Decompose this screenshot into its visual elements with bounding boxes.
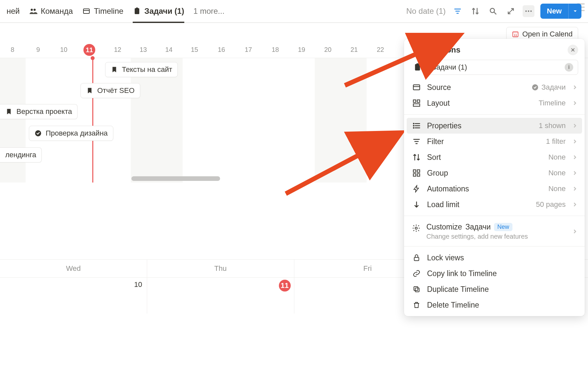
day-9: 9 (36, 46, 40, 54)
day-17: 17 (245, 46, 252, 54)
day-22: 22 (377, 46, 384, 54)
tab-label: ней (7, 7, 20, 16)
new-button-dropdown[interactable] (568, 4, 581, 19)
menu-item-automations[interactable]: Automations None (404, 181, 585, 197)
day-13: 13 (140, 46, 147, 54)
info-icon[interactable]: i (565, 63, 573, 72)
tab-partial[interactable]: ней (7, 0, 20, 22)
menu-item-customize[interactable]: Customize Задачи New Change settings, ad… (404, 219, 585, 243)
menu-value: Timeline (539, 99, 566, 107)
svg-point-35 (413, 127, 414, 128)
clipboard-icon (412, 62, 423, 73)
menu-item-group[interactable]: Group None (404, 165, 585, 181)
weekend-band (0, 58, 26, 183)
calendar-cell[interactable]: 10 (0, 278, 147, 314)
chevron-right-icon (572, 100, 578, 106)
chevron-right-icon (572, 84, 578, 91)
customize-title-db: Задачи (465, 223, 491, 231)
tab-timeline[interactable]: Timeline (82, 0, 124, 22)
task-item[interactable]: Тексты на сайт (105, 62, 178, 77)
chevron-right-icon (572, 170, 578, 176)
menu-value: 50 pages (536, 200, 566, 209)
more-options-icon[interactable] (523, 5, 534, 17)
task-item[interactable]: Отчёт SEO (80, 83, 140, 98)
date-11-today: 11 (279, 280, 291, 292)
tab-team[interactable]: Команда (29, 0, 73, 22)
day-19: 19 (298, 46, 305, 54)
new-badge: New (494, 223, 512, 231)
timeline-scrollbar[interactable] (131, 176, 220, 181)
day-21: 21 (351, 46, 358, 54)
filter-icon (412, 137, 421, 146)
task-item[interactable]: лендинга (0, 147, 42, 162)
day-15: 15 (191, 46, 198, 54)
menu-item-properties[interactable]: Properties 1 shown (407, 118, 582, 134)
task-label: Верстка проекта (16, 107, 72, 116)
search-icon[interactable] (487, 5, 499, 17)
menu-item-delete[interactable]: Delete Timeline (404, 297, 585, 313)
menu-item-layout[interactable]: Layout Timeline (404, 95, 585, 111)
task-item[interactable]: Проверка дизайна (29, 126, 113, 141)
tab-tasks[interactable]: Задачи (1) (133, 0, 184, 22)
filter-icon[interactable] (452, 5, 464, 17)
tab-label: Задачи (1) (145, 7, 184, 16)
lightning-icon (412, 184, 421, 193)
menu-value: 1 shown (539, 121, 566, 130)
link-icon (412, 269, 421, 278)
menu-item-lock-views[interactable]: Lock views (404, 250, 585, 266)
bookmark-icon (5, 108, 12, 115)
day-8: 8 (11, 46, 14, 54)
menu-value: 1 filter (546, 137, 566, 146)
sort-icon[interactable] (469, 5, 481, 17)
svg-rect-40 (417, 170, 420, 172)
menu-label: Delete Timeline (427, 301, 578, 310)
chevron-right-icon (572, 122, 578, 129)
tab-more[interactable]: 1 more... (193, 0, 225, 22)
day-16: 16 (218, 46, 225, 54)
svg-point-11 (525, 11, 527, 12)
menu-label: Automations (427, 184, 542, 193)
lock-icon (412, 253, 421, 262)
day-12: 12 (114, 46, 121, 54)
menu-label: Filter (427, 137, 540, 146)
view-options-panel: View options Задачи (1) i Source Задачи … (404, 39, 585, 316)
menu-label: Properties (427, 121, 533, 130)
properties-icon (412, 121, 421, 130)
svg-point-43 (415, 227, 418, 229)
menu-item-copy-link[interactable]: Copy link to Timeline (404, 266, 585, 281)
new-button-main[interactable]: New (540, 4, 568, 19)
new-button[interactable]: New (540, 4, 581, 19)
check-circle-icon (34, 130, 42, 137)
task-label: лендинга (5, 151, 36, 159)
menu-item-sort[interactable]: Sort None (404, 149, 585, 165)
weekday-wed: Wed (0, 260, 147, 277)
customize-title-prefix: Customize (426, 223, 462, 231)
menu-value: None (548, 184, 566, 193)
svg-line-10 (494, 12, 496, 14)
menu-label: Duplicate Timeline (427, 285, 578, 294)
expand-icon[interactable] (505, 5, 517, 17)
menu-item-load-limit[interactable]: Load limit 50 pages (404, 197, 585, 212)
close-icon[interactable] (568, 45, 578, 55)
calendar-cell[interactable]: 11 (147, 278, 294, 314)
menu-item-filter[interactable]: Filter 1 filter (404, 134, 585, 149)
menu-item-duplicate[interactable]: Duplicate Timeline (404, 281, 585, 297)
separator (404, 216, 585, 216)
svg-point-12 (528, 11, 529, 12)
menu-value: Задачи (531, 83, 566, 92)
menu-label: Sort (427, 153, 542, 162)
no-date-label[interactable]: No date (1) (406, 7, 446, 16)
topbar-right: No date (1) New (406, 4, 581, 19)
svg-point-1 (34, 9, 36, 11)
view-name-input[interactable]: Задачи (1) i (427, 60, 578, 75)
chevron-right-icon (572, 201, 578, 208)
menu-item-source[interactable]: Source Задачи (404, 79, 585, 95)
task-label: Отчёт SEO (97, 86, 135, 95)
svg-point-34 (413, 125, 414, 126)
view-name-value: Задачи (1) (432, 63, 467, 72)
menu-label: Load limit (427, 200, 530, 209)
today-line (92, 58, 93, 183)
task-item[interactable]: Верстка проекта (0, 104, 78, 119)
gear-icon (412, 224, 420, 232)
chevron-right-icon (572, 185, 578, 192)
